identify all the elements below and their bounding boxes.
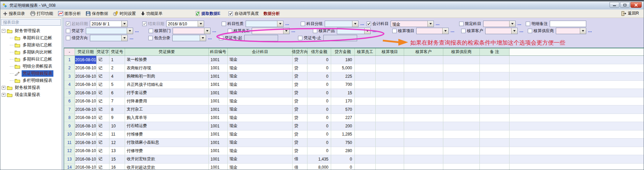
filter-direction-dropdown[interactable] (90, 35, 128, 41)
cell-date[interactable]: 2016-08-10 (75, 114, 97, 122)
cell-subject[interactable]: 现金 (228, 155, 293, 163)
filter-accounting-subject-checkbox[interactable] (367, 22, 371, 26)
cell-word[interactable]: 记 (97, 105, 109, 114)
filter-voucher-no-to-checkbox[interactable] (298, 36, 302, 40)
cell-emp[interactable] (355, 147, 376, 155)
cell-idx[interactable]: 3 (64, 72, 75, 80)
dropdown-arrow-icon[interactable] (352, 21, 358, 27)
sidebar-item[interactable]: 多栏明细账报表 (0, 77, 61, 84)
cell-emp[interactable] (355, 64, 376, 72)
cell-word[interactable]: 记 (97, 81, 109, 89)
filter-limited-subject-checkbox[interactable] (459, 22, 464, 26)
cell-supplier[interactable] (443, 105, 480, 114)
cell-idx[interactable]: 12 (64, 147, 75, 155)
cell-num[interactable]: 12 (109, 139, 125, 147)
filter-employee-dropdown[interactable] (252, 28, 290, 34)
cell-num[interactable]: 13 (109, 147, 125, 155)
dropdown-arrow-icon[interactable] (277, 21, 283, 27)
cell-note[interactable] (480, 130, 510, 139)
cell-note[interactable] (480, 64, 510, 72)
cell-customer[interactable] (404, 130, 443, 139)
cell-direction[interactable]: 贷 (293, 72, 307, 80)
dropdown-arrow-icon[interactable] (442, 28, 448, 34)
cell-credit[interactable]: 1,285 (331, 130, 355, 139)
cell-credit[interactable]: 180 (331, 56, 355, 64)
cell-idx[interactable]: 10 (64, 130, 75, 139)
cell-num[interactable]: 16 (109, 164, 125, 170)
column-header-credit[interactable]: 贷方金额 (331, 48, 355, 55)
cell-num[interactable]: 4 (109, 72, 125, 80)
column-header-emp[interactable]: 核算员工 (355, 48, 376, 55)
filter-product-checkbox[interactable] (313, 29, 317, 33)
cell-num[interactable]: 11 (109, 130, 125, 139)
cell-subject[interactable]: 现金 (228, 114, 293, 122)
cell-summary[interactable]: 付维修费 (125, 130, 209, 139)
cell-debit[interactable]: 0 (307, 130, 331, 139)
cell-subject[interactable]: 现金 (228, 139, 293, 147)
cell-emp[interactable] (355, 122, 376, 130)
cell-project[interactable] (376, 64, 404, 72)
cell-note[interactable] (480, 105, 510, 114)
cell-emp[interactable] (355, 72, 376, 80)
cell-summary[interactable]: 购鞭炮初一割肉 (125, 72, 209, 80)
cell-date[interactable]: 2016-08-10 (75, 97, 97, 105)
cell-idx[interactable]: 13 (64, 155, 75, 163)
cell-emp[interactable] (355, 139, 376, 147)
cell-credit[interactable]: 170 (331, 97, 355, 105)
cell-project[interactable] (376, 105, 404, 114)
cell-credit[interactable]: 5,000 (331, 64, 355, 72)
cell-summary[interactable]: 付石蜡运费 (125, 122, 209, 130)
cell-date[interactable]: 2016-08-10 (75, 147, 97, 155)
cell-debit[interactable]: 0 (307, 105, 331, 114)
cell-word[interactable]: 记 (97, 89, 109, 97)
dropdown-arrow-icon[interactable] (283, 28, 289, 34)
filter-voucher-no-from-checkbox[interactable] (219, 36, 223, 40)
cell-word[interactable]: 记 (97, 72, 109, 80)
cell-customer[interactable] (404, 164, 443, 170)
cell-debit[interactable]: 0 (307, 147, 331, 155)
cell-summary[interactable]: 付致德麻小磊贴息 (125, 139, 209, 147)
cell-emp[interactable] (355, 97, 376, 105)
cell-date[interactable]: 2016-08-10 (75, 89, 97, 97)
cell-date[interactable]: 2016-08-10 (75, 72, 97, 80)
restore-button[interactable] (620, 2, 630, 8)
cell-project[interactable] (376, 56, 404, 64)
dropdown-arrow-icon[interactable] (204, 28, 210, 34)
cell-subj_code[interactable]: 1001 (209, 89, 228, 97)
filter-end-date-dropdown[interactable]: 2016/ 8/10 (166, 21, 204, 27)
return-button[interactable]: 返回R (621, 10, 639, 16)
cell-project[interactable] (376, 164, 404, 170)
cell-customer[interactable] (404, 64, 443, 72)
cell-num[interactable]: 10 (109, 122, 125, 130)
sidebar-item[interactable]: 多期纵向比对帐 (0, 49, 61, 56)
cell-subj_code[interactable]: 1001 (209, 56, 228, 64)
cell-subj_code[interactable]: 1001 (209, 72, 228, 80)
filter-subject-group-dropdown[interactable] (325, 21, 358, 27)
cell-subject[interactable]: 现金 (228, 122, 293, 130)
cell-subj_code[interactable]: 1001 (209, 122, 228, 130)
column-header-subject[interactable]: 会计科目 (228, 48, 293, 55)
cell-num[interactable]: 7 (109, 97, 125, 105)
extract-data-button[interactable]: 提取数据E (195, 11, 220, 17)
cell-note[interactable] (480, 89, 510, 97)
dropdown-arrow-icon[interactable] (200, 35, 206, 41)
cell-summary[interactable]: 付修理费 (125, 147, 209, 155)
cell-direction[interactable]: 贷 (293, 56, 307, 64)
cell-num[interactable]: 8 (109, 105, 125, 114)
filter-detail-note-input[interactable] (550, 21, 586, 27)
toolbar-function-menu-button[interactable]: 功能菜单 (141, 11, 163, 17)
cell-project[interactable] (376, 130, 404, 139)
cell-customer[interactable] (404, 89, 443, 97)
cell-supplier[interactable] (443, 97, 480, 105)
filter-start-date-checkbox[interactable] (66, 22, 70, 26)
cell-credit[interactable]: 570 (331, 105, 355, 114)
cell-subject[interactable]: 现金 (228, 64, 293, 72)
cell-supplier[interactable] (443, 81, 480, 89)
cell-idx[interactable]: 7 (64, 105, 75, 114)
cell-supplier[interactable] (443, 147, 480, 155)
data-analysis-button[interactable]: 数据分析 (264, 11, 280, 17)
cell-credit[interactable]: 0 (331, 155, 355, 163)
cell-debit[interactable]: 0 (307, 81, 331, 89)
cell-direction[interactable]: 贷 (293, 122, 307, 130)
ellipsis-button[interactable]: … (212, 28, 217, 33)
